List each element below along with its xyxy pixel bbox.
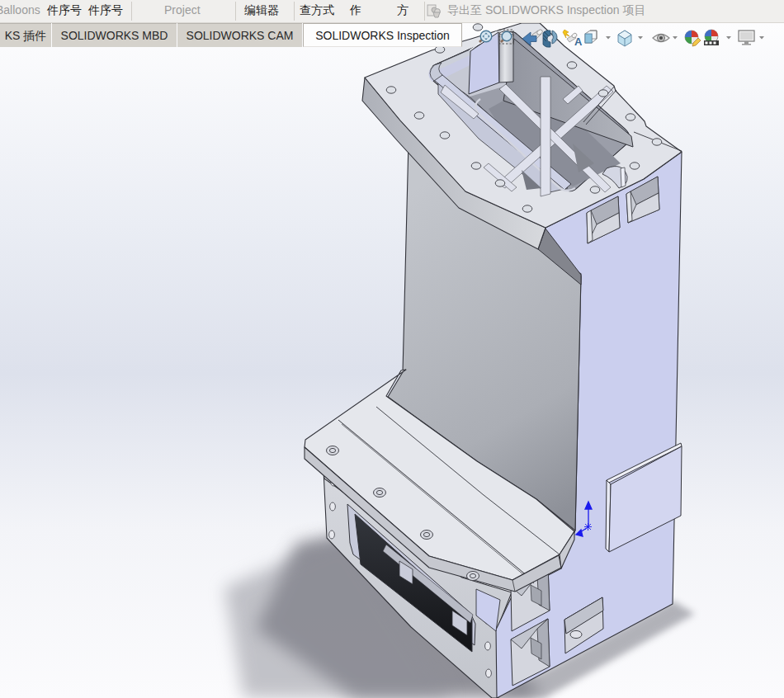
svg-text:A: A [574, 35, 583, 48]
